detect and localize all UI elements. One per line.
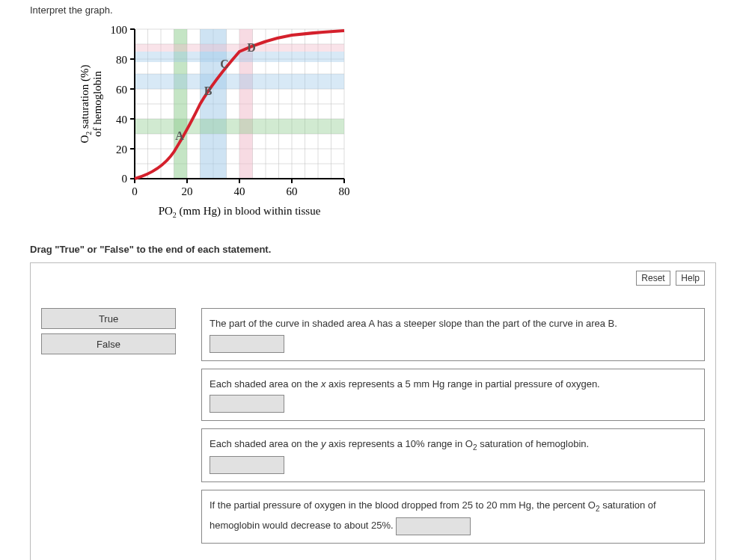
statement-2-pre: Each shaded area on the xyxy=(210,378,321,390)
statement-1: The part of the curve in shaded area A h… xyxy=(201,308,705,361)
help-button[interactable]: Help xyxy=(676,271,705,286)
statement-3-post: saturation of hemoglobin. xyxy=(477,438,590,449)
label-d: D xyxy=(247,41,256,54)
ytick-100: 100 xyxy=(111,24,128,36)
drop-slot-2[interactable] xyxy=(210,395,284,413)
statement-1-text: The part of the curve in shaded area A h… xyxy=(210,318,617,329)
ytick-0: 0 xyxy=(122,173,128,185)
ylabel-line2: of hemoglobin xyxy=(91,71,103,137)
drop-slot-4[interactable] xyxy=(396,517,471,535)
xtick-0: 0 xyxy=(132,185,138,197)
label-a: A xyxy=(175,129,184,142)
statement-3: Each shaded area on the y axis represent… xyxy=(201,428,705,482)
statement-3-pre: Each shaded area on the xyxy=(210,438,321,449)
drop-slot-3[interactable] xyxy=(210,456,284,474)
statement-2: Each shaded area on the x axis represent… xyxy=(201,369,705,422)
instruction-text: Drag "True" or "False" to the end of eac… xyxy=(30,244,716,255)
statement-4: If the partial pressure of oxygen in the… xyxy=(201,490,705,544)
statement-2-post: axis represents a 5 mm Hg range in parti… xyxy=(325,378,599,390)
shaded-row-b xyxy=(135,74,344,89)
statement-3-mid: axis represents a 10% range in O xyxy=(325,438,473,449)
token-false[interactable]: False xyxy=(41,333,176,354)
xtick-80: 80 xyxy=(339,185,350,197)
ytick-20: 20 xyxy=(116,144,127,156)
ytick-60: 60 xyxy=(116,84,127,96)
ytick-40: 40 xyxy=(116,114,127,126)
xlabel: PO2 (mm Hg) in blood within tissue xyxy=(159,205,321,219)
ytick-80: 80 xyxy=(116,54,127,66)
drop-slot-1[interactable] xyxy=(210,335,284,353)
xtick-40: 40 xyxy=(234,185,245,197)
xtick-60: 60 xyxy=(287,185,298,197)
answer-panel: Reset Help True False The part of the cu… xyxy=(30,262,716,560)
prompt-text: Interpret the graph. xyxy=(30,4,716,16)
label-c: C xyxy=(220,58,229,70)
graph: 100 80 60 40 20 0 0 20 40 60 80 A B C D xyxy=(75,22,716,233)
reset-button[interactable]: Reset xyxy=(636,271,670,286)
statement-4-pre: If the partial pressure of oxygen in the… xyxy=(210,499,596,511)
token-true[interactable]: True xyxy=(41,308,176,329)
label-b: B xyxy=(204,84,213,97)
shaded-row-a xyxy=(135,119,344,134)
xtick-20: 20 xyxy=(182,185,193,197)
